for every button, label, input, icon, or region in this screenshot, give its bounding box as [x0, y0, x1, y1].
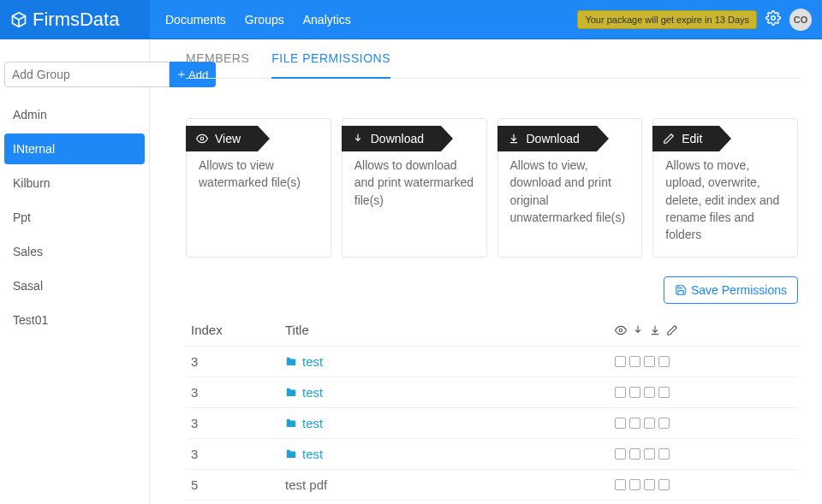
group-list: Admin INternal Kilburn Ppt Sales Sasal T… — [4, 99, 145, 335]
folder-icon — [285, 448, 297, 460]
tabs: MEMBERS FILE PERMISSIONS — [186, 39, 798, 79]
cell-index: 3 — [186, 377, 280, 408]
sidebar-item-ppt[interactable]: Ppt — [4, 202, 145, 233]
perm-card-view: View Allows to view watermarked file(s) — [186, 118, 331, 258]
save-row: Save Permissions — [186, 276, 798, 304]
download-bar-icon — [649, 324, 661, 336]
chk-download-orig[interactable] — [644, 387, 655, 398]
svg-point-2 — [619, 329, 622, 332]
save-btn-label: Save Permissions — [691, 283, 787, 297]
ribbon-view: View — [186, 126, 258, 151]
ribbon-label: Edit — [682, 130, 702, 147]
gear-icon[interactable] — [765, 10, 781, 29]
cell-index: 3 — [186, 408, 280, 439]
table-row: 3 test — [186, 439, 798, 470]
sidebar-item-internal[interactable]: INternal — [4, 133, 145, 164]
chk-view[interactable] — [615, 479, 626, 490]
cell-index: 5 — [186, 470, 280, 501]
chk-edit[interactable] — [658, 448, 670, 460]
sidebar-item-test01[interactable]: Test01 — [4, 305, 145, 335]
cell-perms — [610, 470, 798, 501]
ribbon-label: View — [215, 130, 241, 147]
nav-links: Documents Groups Analytics — [150, 13, 351, 27]
brand-text: FirmsData — [33, 9, 119, 31]
chk-download-orig[interactable] — [644, 418, 655, 429]
folder-icon — [285, 387, 297, 399]
download-bar-icon — [508, 133, 520, 145]
perm-card-edit: Edit Allows to move, upload, overwrite, … — [652, 118, 798, 258]
folder-icon — [285, 418, 297, 430]
cell-perms — [610, 408, 798, 439]
sidebar-item-admin[interactable]: Admin — [4, 99, 145, 130]
nav-groups[interactable]: Groups — [245, 13, 284, 27]
sidebar: Add Admin INternal Kilburn Ppt Sales Sas… — [0, 39, 150, 504]
eye-icon — [196, 133, 208, 145]
perm-card-download: Download Allows to download and print wa… — [342, 118, 487, 258]
table-body: 3 test 3 test 3 test 3 test — [186, 347, 798, 501]
topbar: FirmsData Documents Groups Analytics You… — [0, 0, 822, 39]
perm-card-desc: Allows to download and print watermarked… — [354, 158, 474, 207]
chk-download[interactable] — [629, 448, 640, 460]
folder-icon — [285, 356, 297, 368]
cell-index: 3 — [186, 347, 280, 377]
ribbon-edit: Edit — [652, 126, 719, 151]
avatar[interactable]: CO — [789, 9, 812, 31]
cell-title: test — [280, 377, 610, 408]
chk-view[interactable] — [615, 387, 626, 398]
topbar-right: Your package will get expire in 13 Days … — [577, 9, 822, 31]
ribbon-download: Download — [342, 126, 441, 151]
add-group-input[interactable] — [4, 62, 170, 87]
permissions-table: Index Title 3 test — [186, 314, 798, 501]
cell-title: test — [280, 408, 610, 439]
pencil-icon — [666, 324, 678, 336]
svg-point-0 — [771, 15, 776, 20]
cube-icon — [10, 11, 27, 28]
download-icon — [632, 324, 644, 336]
perm-card-desc: Allows to move, upload, overwrite, delet… — [665, 158, 779, 241]
perm-card-download-original: Download Allows to view, download and pr… — [497, 118, 643, 258]
th-index: Index — [186, 314, 280, 347]
chk-edit[interactable] — [658, 387, 670, 398]
cell-perms — [610, 439, 798, 470]
cell-perms — [610, 347, 798, 377]
sidebar-item-kilburn[interactable]: Kilburn — [4, 168, 145, 199]
save-icon — [675, 284, 687, 296]
chk-download[interactable] — [629, 479, 640, 490]
ribbon-label: Download — [371, 130, 424, 147]
cell-title: test — [280, 347, 610, 377]
nav-analytics[interactable]: Analytics — [303, 13, 351, 27]
ribbon-download-original: Download — [497, 126, 597, 151]
chk-edit[interactable] — [658, 418, 670, 429]
perm-card-desc: Allows to view watermarked file(s) — [199, 158, 301, 189]
chk-view[interactable] — [615, 418, 626, 429]
nav-documents[interactable]: Documents — [165, 13, 226, 27]
chk-download[interactable] — [629, 387, 640, 398]
chk-download[interactable] — [629, 418, 640, 429]
cell-title: test — [280, 439, 610, 470]
chk-download-orig[interactable] — [644, 356, 655, 367]
chk-download-orig[interactable] — [644, 448, 655, 460]
tab-file-permissions[interactable]: FILE PERMISSIONS — [271, 51, 390, 79]
svg-point-1 — [200, 137, 204, 140]
logo[interactable]: FirmsData — [0, 0, 150, 39]
table-row: 5 test pdf — [186, 470, 798, 501]
ribbon-label: Download — [527, 130, 580, 147]
chk-download-orig[interactable] — [644, 479, 655, 490]
cell-title: test pdf — [280, 470, 610, 501]
add-group-row: Add — [4, 62, 145, 87]
expire-badge: Your package will get expire in 13 Days — [577, 10, 757, 29]
chk-edit[interactable] — [658, 479, 670, 490]
chk-view[interactable] — [615, 356, 626, 367]
download-icon — [352, 133, 364, 145]
save-permissions-button[interactable]: Save Permissions — [664, 276, 798, 304]
pencil-icon — [663, 133, 675, 145]
chk-view[interactable] — [615, 448, 626, 460]
chk-download[interactable] — [629, 356, 640, 367]
cell-index: 3 — [186, 439, 280, 470]
th-permissions — [610, 314, 798, 347]
sidebar-item-sasal[interactable]: Sasal — [4, 270, 145, 301]
tab-members[interactable]: MEMBERS — [186, 51, 249, 78]
table-row: 3 test — [186, 377, 798, 408]
chk-edit[interactable] — [658, 356, 670, 367]
sidebar-item-sales[interactable]: Sales — [4, 236, 145, 267]
